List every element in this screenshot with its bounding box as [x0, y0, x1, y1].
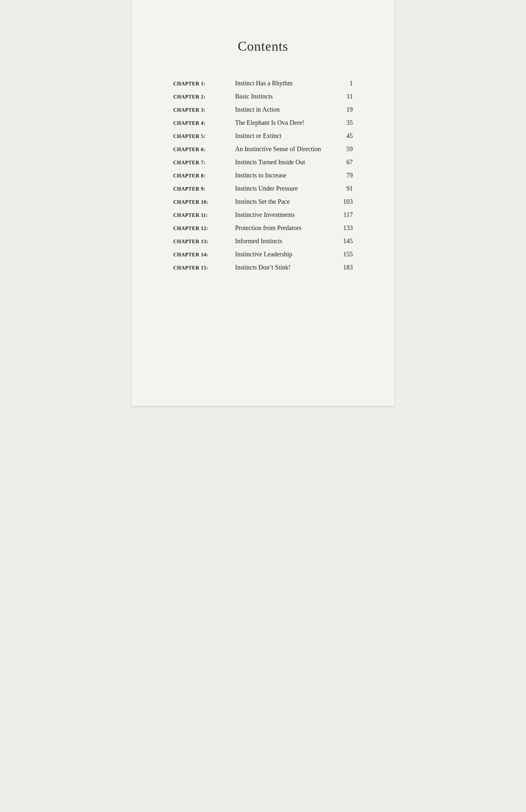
table-of-contents: Chapter 1:Instinct Has a Rhythm1Chapter … [173, 79, 353, 271]
chapter-page-number: 117 [337, 211, 353, 218]
table-row: Chapter 15:Instincts Don’t Stink!183 [173, 264, 353, 271]
chapter-page-number: 91 [337, 185, 353, 192]
chapter-page-number: 11 [337, 93, 353, 100]
table-row: Chapter 2:Basic Instincts11 [173, 93, 353, 100]
table-row: Chapter 6:An Instinctive Sense of Direct… [173, 145, 353, 153]
table-row: Chapter 12:Protection from Predators133 [173, 224, 353, 232]
chapter-label: Chapter 9: [173, 186, 233, 192]
table-row: Chapter 1:Instinct Has a Rhythm1 [173, 79, 353, 87]
page-title: Contents [173, 39, 353, 54]
chapter-title: An Instinctive Sense of Direction [233, 145, 337, 153]
chapter-title: Instinct or Extinct [233, 132, 337, 140]
chapter-label: Chapter 12: [173, 226, 233, 231]
chapter-label: Chapter 3: [173, 107, 233, 113]
table-row: Chapter 14:Instinctive Leadership155 [173, 250, 353, 258]
chapter-page-number: 1 [337, 79, 353, 87]
chapter-label: Chapter 8: [173, 173, 233, 179]
chapter-title: Instinct Has a Rhythm [233, 79, 337, 87]
table-row: Chapter 5:Instinct or Extinct45 [173, 132, 353, 140]
chapter-label: Chapter 10: [173, 199, 233, 205]
chapter-label: Chapter 7: [173, 160, 233, 165]
chapter-page-number: 19 [337, 106, 353, 113]
table-row: Chapter 13:Informed Instincts145 [173, 237, 353, 245]
chapter-title: Instincts Don’t Stink! [233, 264, 337, 271]
table-row: Chapter 11:Instinctive Investments117 [173, 211, 353, 218]
chapter-label: Chapter 14: [173, 252, 233, 258]
chapter-title: Instinctive Investments [233, 211, 337, 218]
chapter-page-number: 145 [337, 237, 353, 245]
chapter-title: Basic Instincts [233, 93, 337, 100]
table-row: Chapter 9:Instincts Under Pressure91 [173, 185, 353, 192]
chapter-page-number: 79 [337, 172, 353, 179]
chapter-label: Chapter 15: [173, 265, 233, 271]
chapter-page-number: 155 [337, 250, 353, 258]
table-row: Chapter 3:Instinct in Action19 [173, 106, 353, 113]
chapter-title: The Elephant Is Ova Dere! [233, 119, 337, 126]
chapter-title: Instincts Turned Inside Out [233, 159, 337, 166]
table-row: Chapter 4:The Elephant Is Ova Dere!35 [173, 119, 353, 126]
chapter-title: Instinctive Leadership [233, 250, 337, 258]
chapter-label: Chapter 4: [173, 120, 233, 126]
table-row: Chapter 10:Instincts Set the Pace103 [173, 198, 353, 205]
chapter-label: Chapter 13: [173, 239, 233, 245]
chapter-label: Chapter 11: [173, 213, 233, 218]
chapter-label: Chapter 5: [173, 133, 233, 139]
chapter-page-number: 45 [337, 132, 353, 140]
chapter-page-number: 59 [337, 145, 353, 153]
chapter-title: Protection from Predators [233, 224, 337, 232]
chapter-title: Instincts to Increase [233, 172, 337, 179]
chapter-page-number: 183 [337, 264, 353, 271]
chapter-page-number: 133 [337, 224, 353, 232]
chapter-page-number: 103 [337, 198, 353, 205]
book-page: Contents Chapter 1:Instinct Has a Rhythm… [132, 0, 394, 406]
chapter-page-number: 67 [337, 159, 353, 166]
chapter-page-number: 35 [337, 119, 353, 126]
chapter-label: Chapter 1: [173, 81, 233, 87]
chapter-label: Chapter 2: [173, 94, 233, 100]
table-row: Chapter 7:Instincts Turned Inside Out67 [173, 159, 353, 166]
table-row: Chapter 8:Instincts to Increase79 [173, 172, 353, 179]
chapter-label: Chapter 6: [173, 147, 233, 153]
chapter-title: Instincts Under Pressure [233, 185, 337, 192]
chapter-title: Instinct in Action [233, 106, 337, 113]
chapter-title: Instincts Set the Pace [233, 198, 337, 205]
chapter-title: Informed Instincts [233, 237, 337, 245]
